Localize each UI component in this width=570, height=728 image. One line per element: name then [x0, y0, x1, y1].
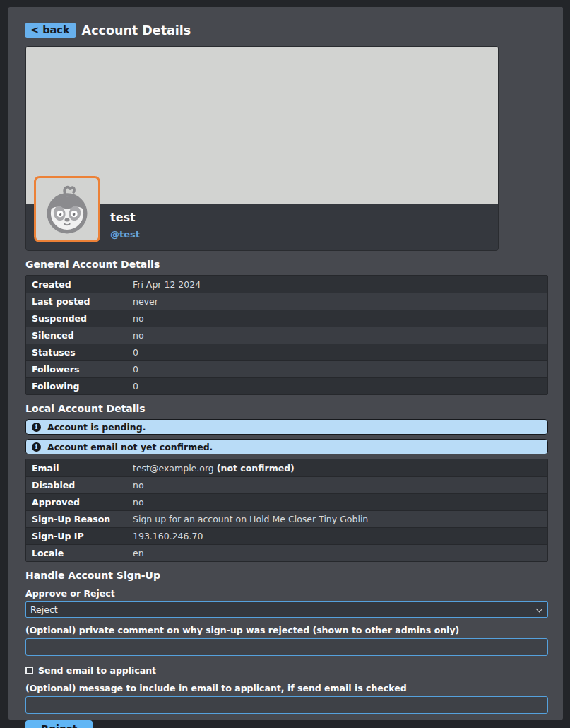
approve-reject-select-wrap: Reject — [25, 601, 548, 618]
row-value: 0 — [133, 364, 144, 375]
table-row: Last posted never — [26, 293, 547, 310]
account-pending-notice: i Account is pending. — [25, 419, 548, 435]
local-details-table: Email test@example.org (not confirmed) D… — [25, 459, 548, 562]
approve-reject-select[interactable]: Reject — [25, 601, 548, 618]
handle-signup-heading: Handle Account Sign-Up — [25, 570, 548, 581]
local-details-heading: Local Account Details — [25, 403, 548, 414]
row-label: Following — [26, 381, 133, 392]
general-details-table: Created Fri Apr 12 2024 Last posted neve… — [25, 275, 548, 395]
table-row: Sign-Up Reason Sign up for an account on… — [26, 510, 547, 527]
row-label: Locale — [26, 548, 133, 558]
email-unconfirmed-notice: i Account email not yet confirmed. — [25, 439, 548, 454]
row-label: Silenced — [26, 330, 133, 341]
general-details-heading: General Account Details — [25, 259, 548, 270]
table-row: Locale en — [26, 544, 547, 561]
table-row: Sign-Up IP 193.160.246.70 — [26, 527, 547, 544]
email-message-label: (Optional) message to include in email t… — [25, 683, 548, 693]
row-label: Disabled — [26, 480, 133, 491]
page-header: < back Account Details — [25, 23, 548, 38]
back-button[interactable]: < back — [25, 23, 76, 38]
email-message-input[interactable] — [25, 696, 548, 714]
send-email-checkbox[interactable] — [25, 667, 33, 674]
row-label: Last posted — [26, 296, 133, 307]
send-email-label: Send email to applicant — [38, 665, 156, 676]
row-label: Statuses — [26, 347, 133, 358]
table-row: Disabled no — [26, 476, 547, 493]
table-row: Silenced no — [26, 327, 547, 344]
table-row: Suspended no — [26, 310, 547, 327]
row-label: Approved — [26, 497, 133, 507]
private-comment-label: (Optional) private comment on why sign-u… — [25, 625, 548, 635]
row-label: Suspended — [26, 313, 133, 324]
send-email-row: Send email to applicant — [25, 665, 548, 676]
row-label: Email — [26, 463, 133, 474]
approve-reject-label: Approve or Reject — [25, 588, 548, 599]
reject-submit-button[interactable]: Reject — [25, 720, 93, 728]
private-comment-input[interactable] — [25, 638, 548, 656]
row-value: 0 — [133, 347, 144, 358]
account-handle[interactable]: @test — [110, 229, 498, 240]
row-label: Sign-Up IP — [26, 531, 133, 541]
row-label: Followers — [26, 364, 133, 375]
row-value: no — [133, 480, 150, 491]
table-row: Approved no — [26, 493, 547, 510]
table-row: Email test@example.org (not confirmed) — [26, 459, 547, 476]
row-value: no — [133, 497, 150, 507]
avatar — [34, 176, 100, 242]
row-value: 0 — [133, 381, 144, 392]
profile-card: test @test — [25, 46, 499, 251]
notice-text: Account email not yet confirmed. — [47, 442, 213, 452]
sloth-avatar-icon — [39, 181, 95, 237]
account-details-panel: < back Account Details test @test — [8, 7, 563, 720]
row-value: Fri Apr 12 2024 — [133, 279, 206, 290]
display-name: test — [110, 211, 498, 224]
row-label: Sign-Up Reason — [26, 514, 133, 524]
info-icon: i — [32, 442, 41, 452]
notice-text: Account is pending. — [47, 422, 146, 433]
page-title: Account Details — [82, 23, 191, 37]
row-label: Created — [26, 279, 133, 290]
row-value: en — [133, 548, 150, 558]
row-value: never — [133, 296, 164, 307]
table-row: Statuses 0 — [26, 344, 547, 360]
table-row: Following 0 — [26, 377, 547, 394]
info-icon: i — [32, 423, 41, 432]
row-value: no — [133, 313, 150, 324]
row-value: test@example.org (not confirmed) — [133, 463, 300, 474]
table-row: Created Fri Apr 12 2024 — [26, 276, 547, 293]
row-value: 193.160.246.70 — [133, 531, 208, 541]
row-value: Sign up for an account on Hold Me Closer… — [133, 514, 374, 524]
row-value: no — [133, 330, 150, 341]
table-row: Followers 0 — [26, 360, 547, 377]
email-unconfirmed-flag: (not confirmed) — [217, 463, 295, 474]
